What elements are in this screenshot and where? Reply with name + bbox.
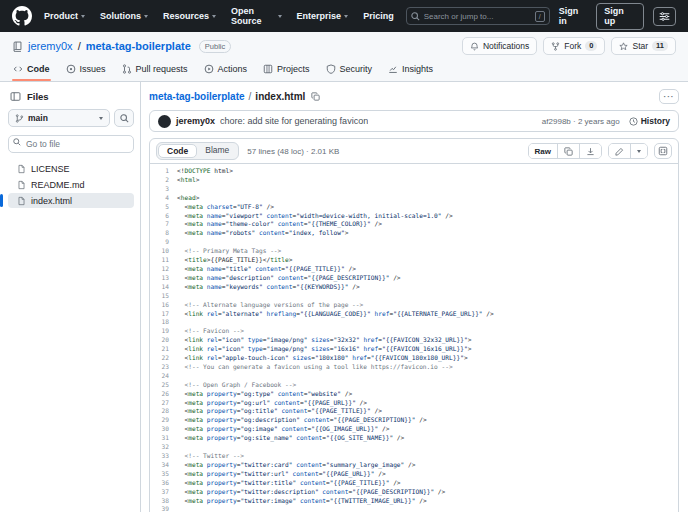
line-number[interactable]: 13 xyxy=(150,274,177,283)
tab-pull-requests[interactable]: Pull requests xyxy=(115,60,195,81)
star-button[interactable]: Star 11 xyxy=(611,37,676,55)
line-number[interactable]: 38 xyxy=(150,497,177,506)
sign-up-button[interactable]: Sign up xyxy=(596,3,644,30)
code-text: <meta property="twitter:image" content="… xyxy=(177,497,427,506)
edit-button[interactable] xyxy=(609,144,631,158)
line-number[interactable]: 19 xyxy=(150,327,177,336)
tab-issues[interactable]: Issues xyxy=(59,60,113,81)
repo-owner-link[interactable]: jeremy0x xyxy=(28,40,73,52)
line-number[interactable]: 28 xyxy=(150,407,177,416)
line-number[interactable]: 3 xyxy=(150,185,177,194)
nav-item-label: Solutions xyxy=(100,11,141,21)
code-text: <link rel="apple-touch-icon" sizes="180x… xyxy=(177,354,468,363)
nav-item-pricing[interactable]: Pricing xyxy=(363,11,394,21)
nav-item-product[interactable]: Product xyxy=(44,11,85,21)
line-number[interactable]: 29 xyxy=(150,416,177,425)
raw-button[interactable]: Raw xyxy=(529,144,558,158)
line-number[interactable]: 14 xyxy=(150,283,177,292)
search-input[interactable] xyxy=(424,12,529,21)
branch-selector[interactable]: main xyxy=(8,109,110,127)
line-number[interactable]: 18 xyxy=(150,318,177,327)
code-view-tab[interactable]: Code xyxy=(158,144,197,158)
appearance-settings-button[interactable] xyxy=(653,7,676,26)
notifications-button[interactable]: Notifications xyxy=(462,37,537,55)
blame-view-tab[interactable]: Blame xyxy=(197,144,237,158)
fork-count[interactable]: 0 xyxy=(585,41,597,51)
line-number[interactable]: 35 xyxy=(150,470,177,479)
breadcrumb-repo-link[interactable]: meta-tag-boilerplate xyxy=(149,91,245,102)
repo-name-link[interactable]: meta-tag-boilerplate xyxy=(86,40,191,52)
line-number[interactable]: 5 xyxy=(150,203,177,212)
line-number[interactable]: 6 xyxy=(150,212,177,221)
github-logo-icon[interactable] xyxy=(12,6,32,26)
copy-path-icon[interactable] xyxy=(311,92,320,101)
line-number[interactable]: 1 xyxy=(150,167,177,176)
nav-item-solutions[interactable]: Solutions xyxy=(100,11,148,21)
line-number[interactable]: 33 xyxy=(150,452,177,461)
line-number[interactable]: 30 xyxy=(150,425,177,434)
line-number[interactable]: 10 xyxy=(150,247,177,256)
nav-item-resources[interactable]: Resources xyxy=(163,11,216,21)
line-number[interactable]: 26 xyxy=(150,390,177,399)
line-number[interactable]: 9 xyxy=(150,238,177,247)
repo-actions: Notifications Fork 0 Star 11 xyxy=(462,37,676,55)
line-number[interactable]: 2 xyxy=(150,176,177,185)
tab-actions[interactable]: Actions xyxy=(197,60,255,81)
line-number[interactable]: 31 xyxy=(150,434,177,443)
fork-button[interactable]: Fork 0 xyxy=(543,37,605,55)
header-search[interactable]: / xyxy=(406,7,550,25)
goto-file-input[interactable] xyxy=(8,135,134,153)
line-number[interactable]: 4 xyxy=(150,194,177,203)
code-text: <!-- Twitter --> xyxy=(177,452,244,461)
collapse-sidebar-icon[interactable] xyxy=(10,91,21,102)
line-number[interactable]: 27 xyxy=(150,399,177,408)
tab-insights[interactable]: Insights xyxy=(381,60,440,81)
search-files-button[interactable] xyxy=(114,109,134,127)
commit-message-link[interactable]: chore: add site for generating favicon xyxy=(220,116,368,126)
copy-file-button[interactable] xyxy=(558,144,580,158)
download-button[interactable] xyxy=(580,144,601,158)
code-line: 3 xyxy=(150,185,678,194)
line-number[interactable]: 23 xyxy=(150,363,177,372)
line-number[interactable]: 24 xyxy=(150,372,177,381)
symbols-panel-button[interactable] xyxy=(654,143,672,159)
line-number[interactable]: 7 xyxy=(150,220,177,229)
line-number[interactable]: 11 xyxy=(150,256,177,265)
line-number[interactable]: 15 xyxy=(150,292,177,301)
line-number[interactable]: 34 xyxy=(150,461,177,470)
nav-item-label: Enterprise xyxy=(297,11,342,21)
nav-item-open-source[interactable]: Open Source xyxy=(231,6,282,26)
edit-dropdown-button[interactable] xyxy=(631,144,647,158)
more-options-button[interactable]: ··· xyxy=(659,89,679,104)
tab-security[interactable]: Security xyxy=(319,60,380,81)
line-number[interactable]: 39 xyxy=(150,505,177,512)
code-line: 18 xyxy=(150,318,678,327)
sign-in-link[interactable]: Sign in xyxy=(559,6,588,26)
tab-label: Code xyxy=(27,64,50,74)
commit-hash-time[interactable]: af2998b · 2 years ago xyxy=(542,117,620,126)
line-number[interactable]: 25 xyxy=(150,381,177,390)
code-line: 22 <link rel="apple-touch-icon" sizes="1… xyxy=(150,354,678,363)
file-tree-item-license[interactable]: LICENSE xyxy=(8,161,134,176)
line-number[interactable]: 32 xyxy=(150,443,177,452)
commit-author-link[interactable]: jeremy0x xyxy=(176,116,215,126)
line-number[interactable]: 12 xyxy=(150,265,177,274)
file-tree-item-readme.md[interactable]: README.md xyxy=(8,177,134,192)
code-line: 13 <meta name="description" content="{{P… xyxy=(150,274,678,283)
file-tree-item-index.html[interactable]: index.html xyxy=(8,193,134,208)
line-number[interactable]: 36 xyxy=(150,479,177,488)
line-number[interactable]: 37 xyxy=(150,488,177,497)
tab-code[interactable]: Code xyxy=(6,60,57,81)
line-number[interactable]: 20 xyxy=(150,336,177,345)
line-number[interactable]: 8 xyxy=(150,229,177,238)
star-count[interactable]: 11 xyxy=(652,41,668,51)
nav-item-enterprise[interactable]: Enterprise xyxy=(297,11,349,21)
history-link[interactable]: History xyxy=(629,116,670,126)
tab-projects[interactable]: Projects xyxy=(256,60,317,81)
line-number[interactable]: 17 xyxy=(150,310,177,319)
line-number[interactable]: 22 xyxy=(150,354,177,363)
avatar[interactable] xyxy=(158,115,171,128)
files-title: Files xyxy=(27,91,49,102)
line-number[interactable]: 21 xyxy=(150,345,177,354)
line-number[interactable]: 16 xyxy=(150,301,177,310)
